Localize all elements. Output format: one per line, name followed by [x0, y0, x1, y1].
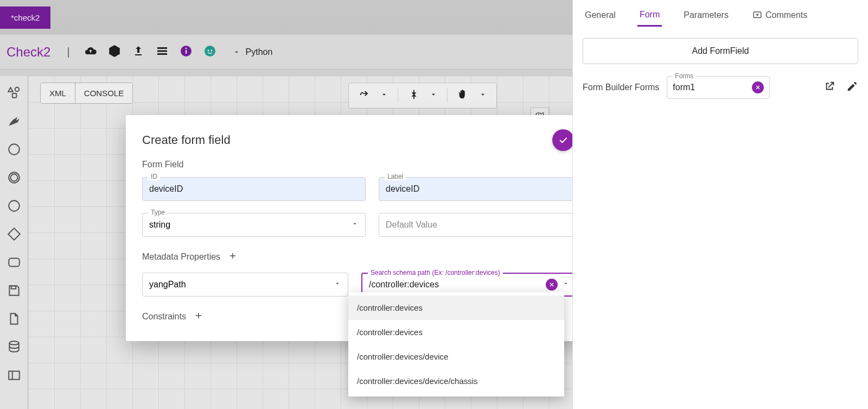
pan-hand-icon[interactable]: [457, 89, 469, 103]
default-value-field[interactable]: [379, 213, 602, 237]
arrow-icon[interactable]: [7, 114, 21, 130]
svg-rect-19: [9, 371, 20, 379]
database-icon[interactable]: [7, 340, 21, 356]
clear-forms-button[interactable]: [752, 81, 764, 93]
label-float-label: Label: [385, 173, 406, 180]
align-caret-icon[interactable]: [430, 91, 437, 100]
header-divider: |: [67, 46, 69, 58]
svg-point-14: [10, 174, 17, 181]
clear-schema-button[interactable]: [546, 279, 558, 291]
svg-rect-16: [9, 258, 20, 266]
type-float-label: Type: [148, 209, 168, 216]
svg-point-9: [210, 49, 212, 51]
file-tab[interactable]: *check2: [0, 7, 50, 29]
canvas-toolbar: [348, 83, 497, 109]
svg-rect-0: [135, 54, 142, 55]
forms-field[interactable]: Forms form1: [667, 76, 770, 99]
tool-rail: [0, 76, 28, 409]
chevron-down-icon: [351, 220, 359, 230]
view-tab-xml[interactable]: XML: [41, 83, 75, 103]
yangpath-select[interactable]: yangPath: [142, 273, 348, 297]
type-value: string: [149, 220, 170, 230]
toolbar-sep: [398, 89, 398, 103]
type-select[interactable]: Type string: [142, 213, 366, 237]
svg-rect-11: [12, 93, 16, 98]
id-input[interactable]: [149, 184, 359, 194]
svg-point-12: [9, 144, 20, 155]
id-float-label: ID: [148, 173, 160, 180]
add-constraint-button[interactable]: [194, 311, 203, 323]
dropdown-option[interactable]: /controller:devices/device: [348, 344, 564, 369]
svg-point-8: [207, 49, 209, 51]
label-input[interactable]: [386, 184, 595, 194]
yangpath-value: yangPath: [149, 280, 186, 290]
tab-comments-label: Comments: [765, 10, 807, 20]
info-icon[interactable]: [180, 45, 193, 60]
redo-caret-icon[interactable]: [380, 91, 388, 100]
svg-rect-2: [157, 50, 167, 52]
side-panel-tabs: General Form Parameters Comments: [583, 4, 858, 27]
form-field-section-label: Form Field: [142, 160, 602, 169]
chevron-down-icon[interactable]: [562, 280, 570, 290]
circle-double-icon[interactable]: [7, 171, 21, 187]
align-center-icon[interactable]: [408, 89, 420, 103]
chevron-down-icon: [334, 280, 341, 290]
svg-rect-17: [11, 286, 16, 288]
toolbar-sep-2: [447, 89, 448, 103]
pan-caret-icon[interactable]: [479, 91, 487, 100]
page-title: Check2: [7, 45, 50, 60]
view-tabs: XML CONSOLE: [40, 83, 133, 104]
cube-icon[interactable]: [108, 45, 121, 60]
label-field[interactable]: Label: [379, 177, 602, 201]
language-label: Python: [246, 47, 273, 57]
shapes-icon[interactable]: [7, 86, 21, 102]
tab-parameters[interactable]: Parameters: [681, 6, 731, 26]
redo-icon[interactable]: [359, 89, 371, 103]
constraints-label: Constraints: [142, 312, 186, 322]
confirm-button[interactable]: [552, 129, 574, 151]
svg-point-6: [185, 47, 187, 49]
add-metadata-button[interactable]: [228, 251, 238, 263]
forms-float-label: Forms: [673, 72, 695, 80]
add-formfield-button[interactable]: Add FormField: [583, 38, 858, 64]
svg-rect-3: [157, 53, 167, 55]
schema-path-dropdown: /controller:devices /controller:devices …: [348, 292, 564, 397]
schema-float-label: Search schema path (Ex: /controller:devi…: [368, 269, 503, 276]
view-tab-console[interactable]: CONSOLE: [75, 83, 132, 103]
svg-rect-5: [186, 50, 187, 54]
dropdown-option[interactable]: /controller:devices/device/chassis: [348, 369, 564, 393]
svg-point-15: [9, 200, 20, 211]
save-disk-icon[interactable]: [7, 284, 21, 300]
side-panel: General Form Parameters Comments Add For…: [572, 0, 868, 409]
modal-title: Create form field: [142, 133, 231, 147]
forms-value: form1: [673, 83, 695, 92]
file-icon[interactable]: [7, 312, 21, 328]
edit-icon[interactable]: [846, 80, 858, 95]
dropdown-option[interactable]: /controller:devices: [348, 320, 564, 344]
open-external-icon[interactable]: [824, 80, 835, 95]
svg-point-7: [205, 46, 215, 56]
diamond-icon[interactable]: [7, 227, 21, 243]
dropdown-option[interactable]: /controller:devices: [348, 295, 564, 320]
rounded-rect-icon[interactable]: [7, 255, 21, 272]
form-builder-label: Form Builder Forms: [583, 83, 659, 92]
svg-point-18: [9, 341, 18, 345]
tab-form[interactable]: Form: [637, 5, 662, 27]
circle-thin-icon[interactable]: [7, 142, 21, 159]
panel-icon[interactable]: [7, 368, 21, 385]
metadata-properties-label: Metadata Properties: [142, 252, 220, 262]
list-icon[interactable]: [156, 45, 169, 60]
id-field[interactable]: ID: [142, 177, 366, 201]
svg-point-10: [15, 87, 19, 92]
language-select[interactable]: Python: [233, 47, 273, 57]
tab-general[interactable]: General: [583, 6, 618, 26]
svg-rect-1: [157, 47, 167, 49]
schema-path-input[interactable]: [369, 280, 541, 290]
tab-comments[interactable]: Comments: [750, 6, 809, 26]
agent-icon[interactable]: [203, 45, 216, 60]
add-comment-icon: [752, 10, 762, 20]
circle-bold-icon[interactable]: [7, 199, 21, 215]
cloud-upload-icon[interactable]: [84, 45, 97, 60]
default-value-input[interactable]: [386, 220, 595, 230]
upload-icon[interactable]: [132, 45, 145, 60]
